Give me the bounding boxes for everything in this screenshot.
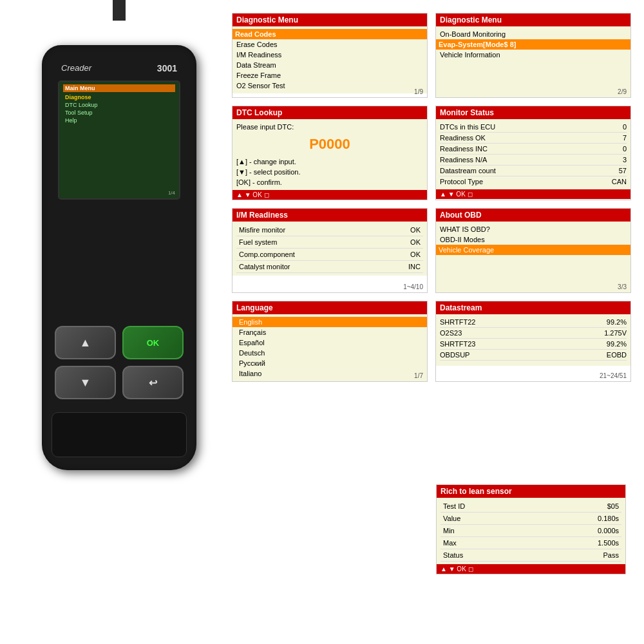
panel-diag2-body: On-Board Monitoring Evap-System[Mode$ 8]… xyxy=(436,26,630,97)
monitor-row-5: Protocol Type CAN xyxy=(440,176,627,187)
about-page: 3/3 xyxy=(618,283,627,290)
lean-label-2: Min xyxy=(440,525,533,537)
monitor-nav-icons: ▲ ▼ OK ◻ xyxy=(440,191,473,198)
diag2-page: 2/9 xyxy=(618,88,627,95)
lang-item-0[interactable]: English xyxy=(232,317,427,327)
about-item-2[interactable]: Vehicle Coverage xyxy=(436,245,630,255)
up-button[interactable]: ▲ xyxy=(55,326,116,359)
diag2-item-0[interactable]: On-Board Monitoring xyxy=(440,29,627,39)
about-item-1[interactable]: OBD-II Modes xyxy=(440,234,627,245)
panel-language: Language English Français Español Deutsc… xyxy=(232,301,428,382)
lang-item-3[interactable]: Deutsch xyxy=(236,348,423,358)
readiness-label-0: Misfire monitor xyxy=(236,224,382,236)
ds-value-3: EOBD xyxy=(607,351,627,359)
panel-about-obd: About OBD WHAT IS OBD? OBD-II Modes Vehi… xyxy=(435,208,631,293)
readiness-value-3: INC xyxy=(382,261,423,273)
ok-button[interactable]: OK xyxy=(122,326,184,359)
device-grip xyxy=(52,412,187,457)
monitor-value-0: 0 xyxy=(623,123,627,131)
lang-page: 1/7 xyxy=(414,372,423,379)
ds-label-0: SHRTFT22 xyxy=(440,318,475,326)
monitor-value-2: 0 xyxy=(623,145,627,153)
monitor-value-5: CAN xyxy=(612,178,627,185)
diag1-item-2[interactable]: I/M Readiness xyxy=(236,50,423,60)
lean-value-2: 0.000s xyxy=(533,525,621,537)
panel-datastream: Datastream SHRTFT22 99.2% O2S23 1.275V S… xyxy=(435,301,631,382)
panel-about-header: About OBD xyxy=(436,209,630,222)
down-button[interactable]: ▼ xyxy=(55,366,116,399)
dtc-nav: ▲ ▼ OK ◻ xyxy=(232,190,427,200)
lang-item-1[interactable]: Français xyxy=(236,327,423,337)
ds-label-2: SHRTFT23 xyxy=(440,340,475,348)
diag1-item-3[interactable]: Data Stream xyxy=(236,60,423,70)
panel-lang-header: Language xyxy=(232,301,427,314)
monitor-row-3: Readiness N/A 3 xyxy=(440,155,627,166)
panel-dtc-body: Please input DTC: P0000 [▲] - change inp… xyxy=(232,119,427,190)
lean-table: Test ID $05 Value 0.180s Min 0.000s Max … xyxy=(440,500,621,562)
screen-item-help: Help xyxy=(63,117,175,124)
dtc-value[interactable]: P0000 xyxy=(236,136,423,153)
dtc-hint-0: [▲] - change input. xyxy=(236,156,423,167)
device-model: 3001 xyxy=(157,63,177,73)
screen-menu-title: Main Menu xyxy=(63,84,175,92)
device-brand: Creader xyxy=(61,63,91,73)
lean-row-1: Value 0.180s xyxy=(440,513,621,525)
panel-monitor-body: DTCs in this ECU 0 Readiness OK 7 Readin… xyxy=(436,119,630,189)
panel-im-readiness: I/M Readiness Misfire monitor OK Fuel sy… xyxy=(232,208,428,293)
readiness-value-1: OK xyxy=(382,236,423,249)
ds-row-0: SHRTFT22 99.2% xyxy=(440,317,627,328)
device-body: Creader 3001 Main Menu Diagnose DTC Look… xyxy=(42,45,196,470)
diag1-page: 1/9 xyxy=(414,88,423,95)
lean-row-3: Max 1.500s xyxy=(440,537,621,549)
monitor-row-4: Datastream count 57 xyxy=(440,166,627,176)
ds-row-3: OBDSUP EOBD xyxy=(440,350,627,361)
diag1-item-4[interactable]: Freeze Frame xyxy=(236,70,423,80)
monitor-value-4: 57 xyxy=(619,167,627,175)
panel-ds-header: Datastream xyxy=(436,301,630,314)
readiness-label-3: Catalyst monitor xyxy=(236,261,382,273)
monitor-value-3: 3 xyxy=(623,156,627,164)
dtc-nav-icons: ▲ ▼ OK ◻ xyxy=(236,191,269,198)
dtc-prompt: Please input DTC: xyxy=(236,122,423,132)
about-item-0[interactable]: WHAT IS OBD? xyxy=(440,224,627,234)
panel-monitor-status: Monitor Status DTCs in this ECU 0 Readin… xyxy=(435,106,631,200)
monitor-label-2: Readiness INC xyxy=(440,145,488,153)
readiness-row-3: Catalyst monitor INC xyxy=(236,261,423,273)
panel-diag1-body: Read Codes Erase Codes I/M Readiness Dat… xyxy=(232,26,427,93)
back-button[interactable]: ↩ xyxy=(122,366,184,399)
panel-dtc-lookup: DTC Lookup Please input DTC: P0000 [▲] -… xyxy=(232,106,428,200)
monitor-row-0: DTCs in this ECU 0 xyxy=(440,122,627,133)
panel-lang-body: English Français Español Deutsch Русский… xyxy=(232,314,427,381)
lean-nav-icons: ▲ ▼ OK ◻ xyxy=(440,565,473,573)
readiness-label-1: Fuel system xyxy=(236,236,382,249)
monitor-row-2: Readiness INC 0 xyxy=(440,144,627,155)
lean-value-3: 1.500s xyxy=(533,537,621,549)
panel-monitor-header: Monitor Status xyxy=(436,106,630,119)
diag2-item-1[interactable]: Evap-System[Mode$ 8] xyxy=(436,39,630,50)
diag1-item-1[interactable]: Erase Codes xyxy=(236,39,423,50)
lang-item-5[interactable]: Italiano xyxy=(236,368,423,379)
monitor-table: DTCs in this ECU 0 Readiness OK 7 Readin… xyxy=(440,122,627,187)
panels-grid: Diagnostic Menu Read Codes Erase Codes I… xyxy=(232,13,631,382)
device-cable xyxy=(113,0,126,21)
ds-page: 21~24/51 xyxy=(600,372,627,379)
ds-value-2: 99.2% xyxy=(607,340,627,348)
readiness-value-0: OK xyxy=(382,224,423,236)
screen-item-setup: Tool Setup xyxy=(63,109,175,117)
lang-item-4[interactable]: Русский xyxy=(236,358,423,368)
dtc-hint-2: [OK] - confirm. xyxy=(236,177,423,187)
diag1-item-5[interactable]: O2 Sensor Test xyxy=(236,80,423,91)
monitor-label-0: DTCs in this ECU xyxy=(440,123,495,131)
panel-dtc-header: DTC Lookup xyxy=(232,106,427,119)
ds-row-2: SHRTFT23 99.2% xyxy=(440,339,627,350)
diag2-item-2[interactable]: Vehicle Information xyxy=(440,50,627,60)
panel-about-body: WHAT IS OBD? OBD-II Modes Vehicle Covera… xyxy=(436,222,630,292)
readiness-label-2: Comp.component xyxy=(236,249,382,261)
diag1-item-0[interactable]: Read Codes xyxy=(232,29,427,39)
lang-item-2[interactable]: Español xyxy=(236,337,423,348)
lean-row-0: Test ID $05 xyxy=(440,500,621,513)
lean-nav: ▲ ▼ OK ◻ xyxy=(437,564,625,574)
lean-value-1: 0.180s xyxy=(533,513,621,525)
monitor-row-1: Readiness OK 7 xyxy=(440,133,627,144)
panel-diag1-header: Diagnostic Menu xyxy=(232,14,427,26)
